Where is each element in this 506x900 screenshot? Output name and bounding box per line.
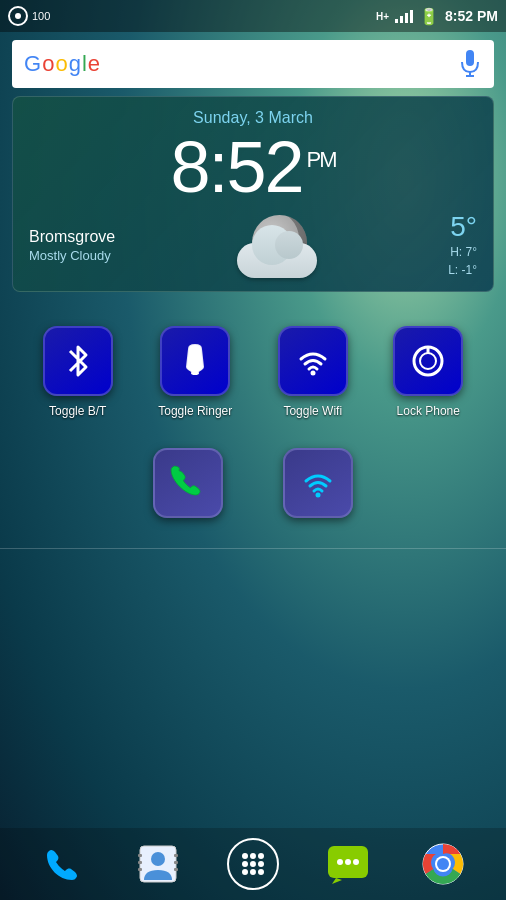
widget-condition: Mostly Cloudy: [29, 248, 115, 263]
toggle-bt-item[interactable]: Toggle B/T: [43, 326, 113, 418]
lock-phone-icon[interactable]: [393, 326, 463, 396]
google-search-bar[interactable]: Google: [12, 40, 494, 88]
widget-location: Bromsgrove: [29, 228, 115, 246]
status-right: H+ 🔋 8:52 PM: [376, 7, 498, 26]
notification-icon: [8, 6, 28, 26]
google-logo: Google: [24, 51, 101, 77]
toggle-wifi-item[interactable]: Toggle Wifi: [278, 326, 348, 418]
toggle-bt-icon[interactable]: [43, 326, 113, 396]
svg-point-30: [345, 859, 351, 865]
svg-point-31: [353, 859, 359, 865]
svg-point-12: [151, 852, 165, 866]
toggle-wifi-label: Toggle Wifi: [283, 404, 342, 418]
svg-rect-1: [466, 50, 474, 66]
low-label: L:: [448, 263, 458, 277]
svg-point-23: [250, 861, 256, 867]
dock-divider: [0, 548, 506, 549]
toggle-bt-label: Toggle B/T: [49, 404, 106, 418]
toggle-wifi-icon[interactable]: [278, 326, 348, 396]
toggle-ringer-item[interactable]: Toggle Ringer: [158, 326, 232, 418]
battery-percent: 100: [32, 10, 50, 22]
status-left: 100: [8, 6, 50, 26]
svg-point-9: [316, 493, 321, 498]
status-bar: 100 H+ 🔋 8:52 PM: [0, 0, 506, 32]
cloud-shape: [237, 243, 317, 278]
lock-phone-item[interactable]: Lock Phone: [393, 326, 463, 418]
svg-point-21: [258, 853, 264, 859]
toggle-ringer-label: Toggle Ringer: [158, 404, 232, 418]
dock: [0, 828, 506, 900]
status-time: 8:52 PM: [445, 8, 498, 24]
widget-time: 8:52PM: [29, 131, 477, 203]
dock-phone-item[interactable]: [37, 838, 89, 890]
dock-contacts-item[interactable]: [132, 838, 184, 890]
svg-point-0: [15, 13, 21, 19]
wifi2-item[interactable]: [283, 448, 353, 518]
phone2-item[interactable]: [153, 448, 223, 518]
lock-phone-label: Lock Phone: [397, 404, 460, 418]
widget-bottom: Bromsgrove Mostly Cloudy 5° H: 7° L: -1°: [29, 211, 477, 279]
svg-rect-16: [174, 854, 178, 857]
signal-type-icon: H+: [376, 11, 389, 22]
phone2-icon[interactable]: [153, 448, 223, 518]
svg-rect-13: [138, 854, 142, 857]
svg-point-26: [250, 869, 256, 875]
dock-messages-item[interactable]: [322, 838, 374, 890]
temp-low: L: -1°: [448, 261, 477, 279]
app-grid-row1: Toggle B/T Toggle Ringer Toggle Wifi: [0, 296, 506, 428]
high-label: H:: [450, 245, 462, 259]
wifi2-icon[interactable]: [283, 448, 353, 518]
widget-temp: 5° H: 7° L: -1°: [448, 211, 477, 279]
svg-point-20: [250, 853, 256, 859]
svg-point-7: [420, 353, 436, 369]
svg-point-27: [258, 869, 264, 875]
svg-point-19: [242, 853, 248, 859]
temp-current: 5°: [448, 211, 477, 243]
signal-bars-icon: [395, 9, 413, 23]
svg-point-35: [437, 858, 449, 870]
battery-icon: 🔋: [419, 7, 439, 26]
voice-search-icon[interactable]: [458, 52, 482, 76]
svg-point-24: [258, 861, 264, 867]
svg-point-25: [242, 869, 248, 875]
toggle-ringer-icon[interactable]: [160, 326, 230, 396]
weather-widget: Sunday, 3 March 8:52PM Bromsgrove Mostly…: [12, 96, 494, 292]
svg-rect-15: [138, 868, 142, 871]
temp-high: H: 7°: [448, 243, 477, 261]
app-grid-row2: [0, 428, 506, 528]
svg-rect-18: [174, 868, 178, 871]
widget-location-info: Bromsgrove Mostly Cloudy: [29, 228, 115, 263]
svg-rect-14: [138, 861, 142, 864]
widget-date: Sunday, 3 March: [29, 109, 477, 127]
svg-rect-17: [174, 861, 178, 864]
dock-apps-item[interactable]: [227, 838, 279, 890]
svg-point-29: [337, 859, 343, 865]
svg-point-22: [242, 861, 248, 867]
svg-point-5: [310, 371, 315, 376]
weather-image: [237, 213, 327, 278]
dock-chrome-item[interactable]: [417, 838, 469, 890]
